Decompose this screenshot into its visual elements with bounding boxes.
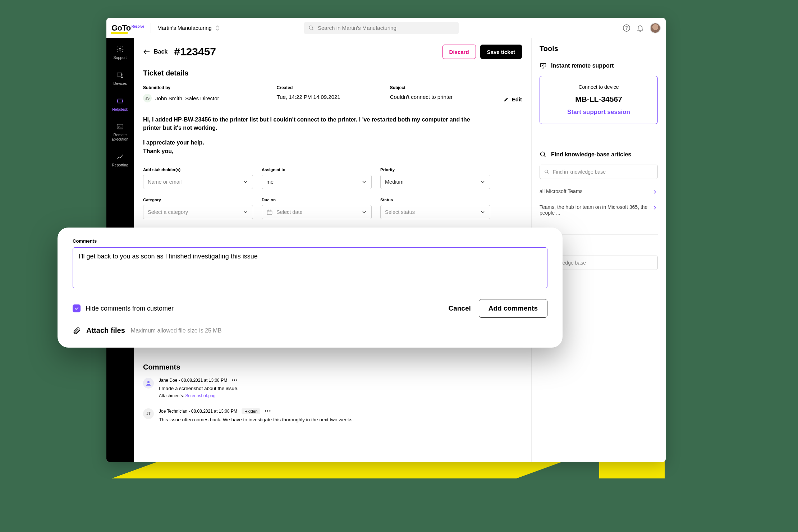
bell-icon[interactable]: [636, 24, 644, 32]
hide-checkbox[interactable]: [73, 304, 81, 312]
assigned-select[interactable]: me: [262, 175, 372, 189]
kb-item[interactable]: Teams, the hub for team on in Microsoft …: [540, 204, 658, 216]
chart-icon: [116, 153, 124, 161]
sidebar-item-helpdesk[interactable]: Helpdesk: [106, 95, 134, 114]
remote-support-header: Instant remote support: [540, 62, 658, 69]
attachment-label: Attachments:: [159, 393, 184, 398]
created-value: Tue, 14:22 PM 14.09.2021: [277, 94, 379, 100]
subject-value: Couldn't connect to printer: [390, 94, 492, 100]
svg-rect-7: [267, 210, 272, 215]
due-select[interactable]: Select date: [262, 205, 372, 219]
org-name: Martin's Manufacturing: [157, 25, 212, 31]
attachment-link[interactable]: Screenshot.png: [185, 393, 215, 398]
sidebar-item-devices[interactable]: Devices: [106, 69, 134, 88]
comment-avatar: JT: [143, 408, 154, 419]
lbl-assigned: Assigned to: [262, 168, 372, 172]
more-icon[interactable]: •••: [265, 409, 271, 414]
kb-header: Find knowledge-base articles: [540, 151, 658, 158]
chevron-down-icon: [480, 209, 486, 215]
svg-point-2: [626, 29, 627, 30]
submitter-name: John Smith, Sales Director: [155, 95, 219, 101]
cancel-button[interactable]: Cancel: [448, 304, 471, 312]
comment-item: Jane Doe - 08.08.2021 at 13:08 PM ••• I …: [143, 378, 522, 398]
lbl-priority: Priority: [380, 168, 490, 172]
comments-list: Comments Jane Doe - 08.08.2021 at 13:08 …: [143, 363, 522, 422]
compose-label: Comments: [73, 238, 547, 244]
device-card: Connect to device MB-LL-34567 Start supp…: [540, 76, 658, 124]
monitor-icon: [540, 62, 547, 69]
connect-label: Connect to device: [548, 84, 650, 90]
arrow-left-icon: [143, 48, 150, 55]
sidebar-item-remote-execution[interactable]: Remote Execution: [106, 121, 134, 143]
svg-point-0: [309, 26, 312, 29]
topbar: GoToResolve Martin's Manufacturing Searc…: [106, 18, 666, 38]
discard-button[interactable]: Discard: [442, 45, 476, 59]
lbl-stakeholders: Add stakeholder(s): [143, 168, 253, 172]
updown-icon: [215, 25, 220, 31]
user-avatar[interactable]: [650, 23, 661, 33]
svg-rect-5: [121, 74, 123, 77]
comments-compose-card: Comments Hide comments from customer Can…: [58, 228, 563, 348]
chevron-down-icon: [480, 179, 486, 185]
back-button[interactable]: Back: [143, 48, 168, 55]
save-button[interactable]: Save ticket: [480, 45, 522, 59]
comments-title: Comments: [143, 363, 522, 371]
global-search[interactable]: Search in Martin's Manufacturing: [304, 22, 459, 34]
search-icon: [540, 151, 547, 158]
comment-textarea[interactable]: [73, 247, 547, 288]
comment-body: I made a screenshot about the issue.: [159, 386, 522, 391]
ticket-description: Hi, I added HP-BW-23456 to the printer l…: [143, 115, 474, 155]
comment-item: JT Joe Technician - 08.08.2021 at 13:08 …: [143, 408, 522, 422]
lbl-submitted-by: Submitted by: [143, 85, 265, 90]
start-session-button[interactable]: Start support session: [548, 109, 650, 116]
gear-icon: [116, 45, 124, 53]
devices-icon: [116, 71, 124, 79]
logo-sub: Resolve: [132, 24, 144, 28]
help-icon[interactable]: [623, 24, 630, 32]
chevron-down-icon: [243, 209, 248, 215]
logo: GoToResolve: [111, 23, 144, 33]
comment-avatar: [143, 378, 154, 389]
chevron-down-icon: [361, 179, 367, 185]
search-icon: [308, 25, 314, 31]
pencil-icon: [503, 97, 509, 102]
org-switcher[interactable]: Martin's Manufacturing: [157, 25, 220, 31]
category-select[interactable]: Select a category: [143, 205, 253, 219]
svg-point-3: [119, 48, 121, 50]
lbl-status: Status: [380, 198, 490, 202]
edit-button[interactable]: Edit: [503, 96, 522, 102]
more-icon[interactable]: •••: [231, 378, 238, 383]
status-select[interactable]: Select status: [380, 205, 490, 219]
kb-search[interactable]: Find in knowledge base: [540, 165, 658, 179]
comment-author: Joe Technician - 08.08.2021 at 13:08 PM: [159, 409, 237, 414]
person-icon: [145, 380, 152, 386]
chevron-right-icon: [652, 205, 658, 211]
hide-label: Hide comments from customer: [86, 305, 174, 312]
paperclip-icon[interactable]: [73, 327, 81, 335]
hidden-badge: Hidden: [242, 408, 260, 414]
kb-item[interactable]: all Microsoft Teams: [540, 188, 658, 195]
search-placeholder: Search in Martin's Manufacturing: [318, 25, 396, 31]
sidebar-item-reporting[interactable]: Reporting: [106, 151, 134, 169]
svg-point-11: [545, 170, 548, 173]
ticket-id: #123457: [174, 46, 216, 58]
lbl-due: Due on: [262, 198, 372, 202]
svg-point-8: [147, 381, 150, 383]
lbl-created: Created: [277, 85, 379, 90]
device-name: MB-LL-34567: [548, 95, 650, 104]
chevron-down-icon: [361, 209, 367, 215]
submitter-avatar: JS: [143, 94, 152, 102]
chevron-down-icon: [243, 179, 248, 185]
logo-text: GoTo: [111, 23, 131, 32]
tools-title: Tools: [540, 45, 658, 53]
add-comments-button[interactable]: Add comments: [479, 299, 547, 318]
attach-label[interactable]: Attach files: [86, 326, 125, 335]
stakeholders-select[interactable]: Name or email: [143, 175, 253, 189]
sidebar-item-support[interactable]: Support: [106, 43, 134, 62]
priority-select[interactable]: Medium: [380, 175, 490, 189]
lbl-category: Category: [143, 198, 253, 202]
attach-hint: Maximum allowed file size is 25 MB: [131, 327, 222, 334]
ticket-icon: [116, 97, 124, 105]
check-icon: [74, 306, 79, 311]
comment-author: Jane Doe - 08.08.2021 at 13:08 PM: [159, 378, 227, 383]
